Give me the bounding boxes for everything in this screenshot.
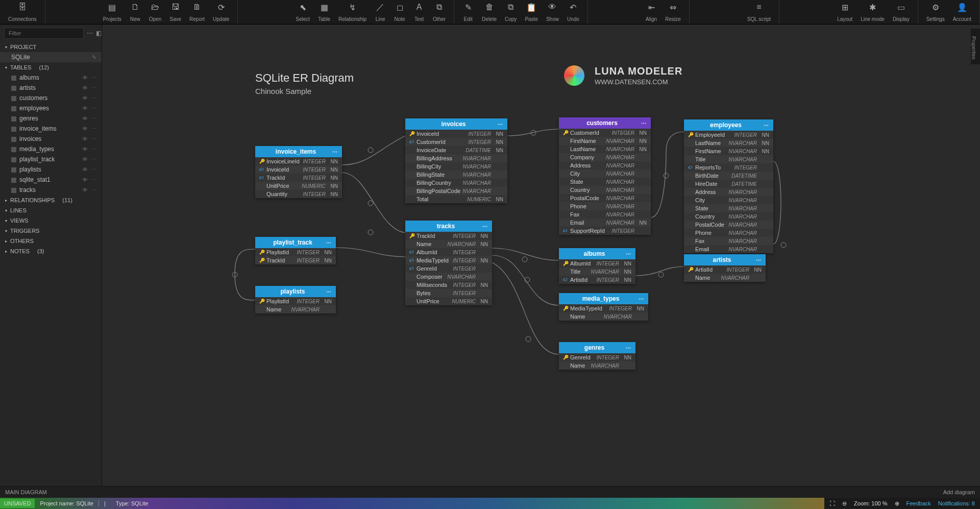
entity-albums[interactable]: albums⋯🔑AlbumIdINTEGERNNTitleNVARCHARNN🏷… [559,248,635,284]
column-row[interactable]: FirstNameNVARCHARNN [684,147,773,155]
sql-script-button[interactable]: ≡SQL script [743,0,775,24]
column-row[interactable]: 🏷AlbumIdINTEGER [405,248,492,256]
update-button[interactable]: ⟳Update [209,0,233,24]
tree-table-invoices[interactable]: invoices👁⋯ [0,134,102,144]
column-row[interactable]: BillingStateNVARCHAR [405,171,507,179]
column-row[interactable]: MillisecondsINTEGERNN [405,281,492,289]
entity-playlist_track[interactable]: playlist_track⋯🔑PlaylistIdINTEGERNN🔑Trac… [255,237,336,264]
tree-table-media_types[interactable]: media_types👁⋯ [0,144,102,154]
layout-button[interactable]: ⊞Layout [833,0,856,24]
entity-menu-icon[interactable]: ⋯ [326,289,332,295]
entity-customers[interactable]: customers⋯🔑CustomerIdINTEGERNNFirstNameN… [559,117,651,235]
tree-table-customers[interactable]: customers👁⋯ [0,93,102,103]
column-row[interactable]: EmailNVARCHARNN [559,219,651,227]
note-button[interactable]: ◻Note [390,0,409,24]
column-row[interactable]: NameNVARCHAR [684,274,766,282]
column-row[interactable]: FirstNameNVARCHARNN [559,137,651,145]
align-button[interactable]: ⇤Align [642,0,661,24]
column-row[interactable]: BirthDateDATETIME [684,172,773,180]
column-row[interactable]: InvoiceDateDATETIMENN [405,146,507,154]
column-row[interactable]: 🏷GenreIdINTEGER [405,264,492,273]
tree-section-notes[interactable]: ▸NOTES (3) [0,246,102,256]
column-row[interactable]: TitleNVARCHARNN [559,268,635,276]
entity-menu-icon[interactable]: ⋯ [639,296,644,302]
zoom-out-icon[interactable]: ⊖ [842,500,847,507]
entity-menu-icon[interactable]: ⋯ [626,251,631,257]
column-row[interactable]: CountryNVARCHAR [559,186,651,194]
column-row[interactable]: NameNVARCHAR [559,312,648,321]
more-icon[interactable]: ⋯ [91,126,96,132]
entity-header[interactable]: genres⋯ [559,342,635,353]
entity-header[interactable]: tracks⋯ [405,221,492,232]
entity-header[interactable]: customers⋯ [559,117,651,129]
column-row[interactable]: 🏷InvoiceIdINTEGERNN [255,165,342,174]
entity-menu-icon[interactable]: ⋯ [641,120,647,126]
column-row[interactable]: 🔑PlaylistIdINTEGERNN [255,297,336,305]
column-row[interactable]: UnitPriceNUMERICNN [255,182,342,190]
entity-menu-icon[interactable]: ⋯ [626,345,631,351]
more-icon[interactable]: ⋯ [91,85,96,91]
tree-section-lines[interactable]: ▾LINES [0,205,102,215]
entity-menu-icon[interactable]: ⋯ [332,149,338,155]
other-button[interactable]: ⧉Other [429,0,450,24]
panel-toggle-icon[interactable]: ◧ [96,30,102,37]
tree-table-albums[interactable]: albums👁⋯ [0,72,102,83]
entity-header[interactable]: albums⋯ [559,248,635,259]
visibility-icon[interactable]: 👁 [82,126,88,132]
table-button[interactable]: ▦Table [314,0,334,24]
tree-section-project[interactable]: ▾PROJECT [0,42,102,52]
more-icon[interactable]: ⋯ [91,105,96,112]
column-row[interactable]: 🏷CustomerIdINTEGERNN [405,138,507,146]
visibility-icon[interactable]: 👁 [82,105,88,112]
column-row[interactable]: PostalCodeNVARCHAR [559,194,651,202]
entity-invoice_items[interactable]: invoice_items⋯🔑InvoiceLineIdINTEGERNN🏷In… [255,146,342,198]
more-icon[interactable]: ⋯ [91,156,96,163]
filter-menu-icon[interactable]: ⋯ [87,30,93,37]
column-row[interactable]: 🏷MediaTypeIdINTEGERNN [405,256,492,264]
entity-menu-icon[interactable]: ⋯ [482,224,488,229]
column-row[interactable]: BillingCountryNVARCHAR [405,179,507,187]
column-row[interactable]: BillingAddressNVARCHAR [405,154,507,162]
column-row[interactable]: AddressNVARCHAR [559,161,651,169]
column-row[interactable]: QuantityINTEGERNN [255,190,342,198]
column-row[interactable]: 🔑TrackIdINTEGERNN [405,232,492,240]
diagram-canvas[interactable]: SQLite ER Diagram Chinook Sample LUNA MO… [102,25,980,486]
open-button[interactable]: 🗁Open [145,0,165,24]
account-button[interactable]: 👤Account [949,0,975,24]
tree-section-views[interactable]: ▾VIEWS [0,215,102,226]
entity-header[interactable]: media_types⋯ [559,293,648,304]
tree-table-genres[interactable]: genres👁⋯ [0,113,102,124]
entity-invoices[interactable]: invoices⋯🔑InvoiceIdINTEGERNN🏷CustomerIdI… [405,118,507,203]
tree-section-tables[interactable]: ▾TABLES (12) [0,62,102,72]
column-row[interactable]: 🔑CustomerIdINTEGERNN [559,129,651,137]
edit-icon[interactable]: ✎ [92,54,96,61]
filter-input[interactable] [4,28,84,39]
tree-section-relationships[interactable]: ▸RELATIONSHIPS (11) [0,195,102,205]
show-button[interactable]: 👁Show [542,0,563,24]
column-row[interactable]: EmailNVARCHAR [684,245,773,253]
main-diagram-tab[interactable]: MAIN DIAGRAM [5,489,47,495]
column-row[interactable]: PhoneNVARCHAR [559,202,651,210]
column-row[interactable]: AddressNVARCHAR [684,188,773,196]
tree-section-others[interactable]: ▸OTHERS [0,236,102,246]
report-button[interactable]: 🗎Report [185,0,209,24]
tree-table-sqlite_stat1[interactable]: sqlite_stat1👁⋯ [0,175,102,185]
resize-button[interactable]: ⇔Resize [661,0,685,24]
more-icon[interactable]: ⋯ [91,136,96,142]
undo-button[interactable]: ↶Undo [563,0,583,24]
feedback-link[interactable]: Feedback [906,500,931,506]
zoom-in-icon[interactable]: ⊕ [895,500,899,507]
column-row[interactable]: 🔑ArtistIdINTEGERNN [684,265,766,274]
line-mode-button[interactable]: ✱Line mode [856,0,889,24]
entity-header[interactable]: playlists⋯ [255,286,336,297]
column-row[interactable]: NameNVARCHAR [559,361,635,370]
entity-header[interactable]: invoices⋯ [405,118,507,130]
column-row[interactable]: FaxNVARCHAR [559,210,651,219]
column-row[interactable]: 🔑PlaylistIdINTEGERNN [255,248,336,256]
visibility-icon[interactable]: 👁 [82,75,88,81]
entity-menu-icon[interactable]: ⋯ [498,122,503,127]
more-icon[interactable]: ⋯ [91,95,96,102]
entity-header[interactable]: artists⋯ [684,254,766,265]
tree-section-triggers[interactable]: ▾TRIGGERS [0,226,102,236]
more-icon[interactable]: ⋯ [91,146,96,153]
